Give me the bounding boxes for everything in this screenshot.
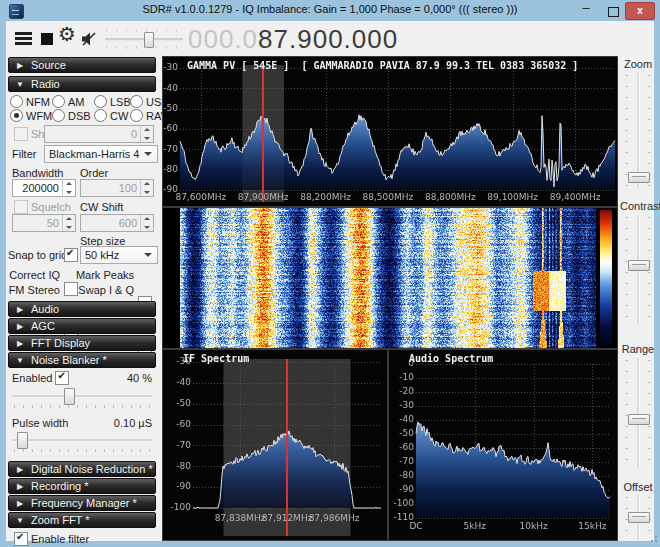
maximize-icon: [608, 7, 619, 17]
frequency-leading-zeros: 000.0: [188, 24, 258, 54]
cw-shift-label: CW Shift: [80, 201, 123, 213]
volume-ticks: [106, 46, 182, 49]
filter-dropdown[interactable]: Blackman-Harris 4: [44, 145, 158, 163]
nb-level-slider[interactable]: [12, 388, 152, 404]
chevron-right-icon: ▶: [9, 482, 31, 491]
swap-iq-label: Swap I & Q: [74, 284, 134, 296]
nb-enabled-checkbox[interactable]: [55, 371, 69, 385]
title-bar[interactable]: SDR# v1.0.0.1279 - IQ Imbalance: Gain = …: [0, 0, 660, 21]
slider-ticks: [14, 449, 150, 452]
contrast-slider-thumb[interactable]: [628, 260, 650, 271]
chevron-right-icon: ▶: [9, 305, 31, 314]
spinner-arrows-icon[interactable]: [62, 215, 75, 231]
range-slider-label: Range: [620, 343, 656, 355]
volume-slider[interactable]: [105, 38, 183, 41]
nb-level-slider-thumb[interactable]: [64, 388, 75, 405]
spinner-arrows-icon[interactable]: [62, 180, 75, 196]
audio-spectrum-display[interactable]: [388, 349, 618, 541]
maximize-button[interactable]: [602, 2, 624, 19]
contrast-slider-label: Contrast: [620, 200, 656, 212]
radio-button[interactable]: [10, 95, 23, 108]
radio-button[interactable]: [10, 109, 23, 122]
pulse-width-value: 0.10 µS: [98, 417, 152, 429]
radio-button[interactable]: [130, 95, 143, 108]
sidebar: ▶ Source ▼ Radio NFM AM LSB USB WFM DSB …: [8, 57, 158, 540]
mode-lsb[interactable]: LSB: [94, 95, 131, 108]
mode-am[interactable]: AM: [52, 95, 85, 108]
if-spectrum-display[interactable]: [162, 349, 388, 541]
radio-button[interactable]: [94, 95, 107, 108]
panel-header-frequency-manager[interactable]: ▶ Frequency Manager *: [8, 495, 156, 511]
enable-filter-row[interactable]: Enable filter: [14, 532, 89, 546]
frequency-value: 87.900.000: [258, 24, 398, 54]
squelch-spinner[interactable]: 50: [12, 214, 76, 232]
panel-header-agc[interactable]: ▶ AGC: [8, 318, 156, 334]
snap-to-grid-checkbox[interactable]: [64, 248, 78, 262]
enable-filter-checkbox[interactable]: [14, 532, 28, 546]
spinner-arrows-icon[interactable]: [140, 215, 153, 231]
panel-header-source[interactable]: ▶ Source: [8, 57, 156, 73]
filter-label: Filter: [12, 148, 36, 160]
shift-checkbox[interactable]: [14, 127, 28, 141]
window-title: SDR# v1.0.0.1279 - IQ Imbalance: Gain = …: [0, 3, 660, 15]
offset-slider-thumb[interactable]: [628, 512, 650, 523]
squelch-checkbox-row[interactable]: Squelch: [14, 200, 71, 214]
radio-button[interactable]: [94, 109, 107, 122]
zoom-slider-thumb[interactable]: [628, 172, 650, 183]
panel-header-zoom-fft[interactable]: ▼ Zoom FFT *: [8, 512, 156, 528]
spinner-arrows-icon[interactable]: [140, 126, 153, 142]
chevron-right-icon: ▶: [9, 339, 31, 348]
main-spectrum-display[interactable]: [162, 56, 618, 207]
pulse-width-label: Pulse width: [12, 417, 68, 429]
nb-level-value: 40 %: [98, 372, 152, 384]
offset-slider[interactable]: [625, 495, 651, 539]
panel-header-dnr[interactable]: ▶ Digital Noise Reduction *: [8, 461, 156, 477]
squelch-checkbox[interactable]: [14, 200, 28, 214]
range-slider[interactable]: [625, 358, 651, 468]
fm-stereo-label: FM Stereo: [8, 284, 60, 296]
mode-dsb[interactable]: DSB: [52, 109, 91, 122]
waterfall-display[interactable]: [162, 207, 618, 349]
mode-wfm[interactable]: WFM: [10, 109, 52, 122]
panel-header-radio[interactable]: ▼ Radio: [8, 76, 156, 92]
stop-icon[interactable]: [41, 33, 53, 45]
mode-nfm[interactable]: NFM: [10, 95, 50, 108]
spinner-arrows-icon[interactable]: [140, 180, 153, 196]
radio-button[interactable]: [52, 109, 65, 122]
step-size-dropdown[interactable]: 50 kHz: [80, 246, 158, 264]
bandwidth-spinner[interactable]: 200000: [12, 179, 76, 197]
nb-enabled-row[interactable]: Enabled: [12, 371, 69, 385]
dropdown-arrow-icon: [144, 253, 152, 257]
chevron-down-icon: ▼: [9, 516, 31, 525]
contrast-slider[interactable]: [625, 215, 651, 325]
resize-grip[interactable]: [649, 536, 657, 544]
chevron-right-icon: ▶: [9, 61, 31, 70]
panel-header-fft-display[interactable]: ▶ FFT Display: [8, 335, 156, 351]
zoom-slider[interactable]: [625, 73, 651, 189]
mute-speaker-icon[interactable]: [81, 31, 97, 47]
chevron-down-icon: ▼: [9, 356, 31, 365]
radio-button[interactable]: [130, 109, 143, 122]
range-slider-thumb[interactable]: [628, 414, 650, 425]
menu-icon[interactable]: [15, 32, 32, 45]
settings-gear-icon[interactable]: ⚙: [58, 24, 76, 44]
mode-cw[interactable]: CW: [94, 109, 128, 122]
chevron-right-icon: ▶: [9, 322, 31, 331]
pulse-width-slider-thumb[interactable]: [17, 432, 28, 449]
close-button[interactable]: x: [625, 2, 655, 20]
panel-header-recording[interactable]: ▶ Recording *: [8, 478, 156, 494]
order-spinner[interactable]: 100: [80, 179, 154, 197]
panel-header-noise-blanker[interactable]: ▼ Noise Blanker *: [8, 352, 156, 368]
radio-button[interactable]: [52, 95, 65, 108]
cw-shift-spinner[interactable]: 600: [80, 214, 154, 232]
minimize-button[interactable]: –: [575, 2, 597, 19]
pulse-width-slider[interactable]: [12, 432, 152, 448]
frequency-display[interactable]: 000.087.900.000: [188, 24, 398, 55]
panel-header-audio[interactable]: ▶ Audio: [8, 301, 156, 317]
chevron-right-icon: ▶: [9, 465, 31, 474]
correct-iq-label: Correct IQ: [8, 269, 60, 281]
shift-spinner[interactable]: 0: [44, 125, 154, 143]
slider-ticks: [14, 405, 150, 408]
chevron-right-icon: ▶: [9, 499, 31, 508]
zoom-slider-label: Zoom: [620, 58, 656, 70]
